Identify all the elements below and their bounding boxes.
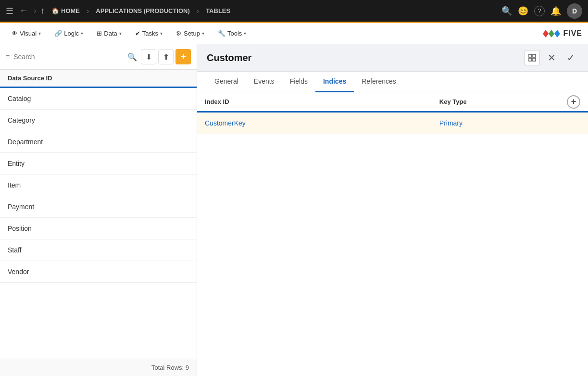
bell-icon[interactable]: 🔔	[550, 6, 561, 16]
grid-icon	[528, 54, 536, 62]
sidebar-header: Data Source ID	[0, 70, 197, 88]
main-area: ≡ 🔍 ⬇ ⬆ + Data Source ID Catalog Categor…	[0, 44, 588, 376]
top-nav-bar: ☰ ← › ↑ 🏠 HOME › APPLICATIONS (PRODUCTIO…	[0, 0, 588, 23]
setup-icon: ⚙	[176, 30, 182, 37]
menu-item-setup[interactable]: ⚙ Setup ▾	[170, 27, 210, 40]
svg-rect-5	[529, 58, 532, 61]
svg-rect-4	[533, 54, 536, 57]
confirm-button[interactable]: ✓	[563, 50, 578, 65]
sidebar-list: Catalog Category Department Entity Item …	[0, 88, 197, 359]
indices-table-area: Index ID Key Type + ↗	[197, 92, 588, 376]
home-button[interactable]: 🏠 HOME	[49, 5, 83, 16]
data-icon: ⊞	[97, 30, 102, 37]
chevron-down-icon: ▾	[244, 31, 246, 36]
close-button[interactable]: ✕	[544, 50, 559, 65]
sidebar: ≡ 🔍 ⬇ ⬆ + Data Source ID Catalog Categor…	[0, 44, 197, 376]
panel-header-actions: ✕ ✓	[525, 50, 578, 65]
panel-header: Customer ✕ ✓	[197, 44, 588, 72]
key-type-cell: Primary	[432, 112, 588, 134]
tab-events[interactable]: Events	[246, 72, 282, 92]
svg-marker-2	[554, 30, 560, 38]
separator-1: ›	[87, 7, 89, 15]
download-button[interactable]: ⬇	[141, 49, 156, 64]
sidebar-item-vendor[interactable]: Vendor	[0, 261, 197, 283]
grid-view-button[interactable]	[525, 50, 540, 65]
top-nav-right: 🔍 😊 ? 🔔 D	[501, 3, 582, 19]
visual-icon: 👁	[12, 30, 18, 37]
home-icon: 🏠	[51, 7, 59, 14]
add-button[interactable]: +	[175, 49, 191, 64]
tables-button[interactable]: TABLES	[203, 5, 233, 16]
svg-rect-3	[529, 54, 532, 57]
search-icon[interactable]: 🔍	[501, 6, 512, 16]
sidebar-search-actions: ⬇ ⬆ +	[141, 49, 191, 64]
sidebar-footer: Total Rows: 9	[0, 359, 197, 376]
logic-icon: 🔗	[54, 30, 62, 37]
five-label: FIVE	[563, 29, 582, 38]
tab-general[interactable]: General	[207, 72, 246, 92]
tab-references[interactable]: References	[354, 72, 404, 92]
filter-icon: ≡	[6, 53, 10, 61]
menu-item-data[interactable]: ⊞ Data ▾	[91, 27, 127, 40]
back-button[interactable]: ←	[17, 4, 30, 18]
smiley-icon[interactable]: 😊	[518, 6, 528, 16]
add-row-area: + ↗	[567, 95, 580, 109]
search-icon[interactable]: 🔍	[127, 52, 137, 62]
add-index-button[interactable]: + ↗	[567, 95, 580, 109]
tab-indices[interactable]: Indices	[315, 72, 354, 92]
tools-icon: 🔧	[218, 30, 225, 37]
sidebar-item-position[interactable]: Position	[0, 218, 197, 239]
avatar[interactable]: D	[567, 3, 582, 19]
red-arrow-icon: ↗	[573, 92, 581, 93]
chevron-down-icon: ▾	[81, 31, 83, 36]
up-button[interactable]: ↑	[40, 6, 45, 16]
sidebar-item-item[interactable]: Item	[0, 175, 197, 196]
index-id-cell: CustomerKey	[197, 112, 432, 134]
sidebar-item-staff[interactable]: Staff	[0, 239, 197, 261]
separator-2: ›	[197, 7, 199, 15]
tab-fields[interactable]: Fields	[282, 72, 315, 92]
svg-rect-6	[533, 58, 536, 61]
sidebar-item-department[interactable]: Department	[0, 131, 197, 153]
help-icon[interactable]: ?	[534, 6, 545, 16]
upload-button[interactable]: ⬆	[158, 49, 174, 64]
table-row[interactable]: CustomerKey Primary	[197, 112, 588, 134]
table-header-row: Index ID Key Type + ↗	[197, 92, 588, 112]
chevron-down-icon: ▾	[119, 31, 122, 36]
sidebar-search-bar: ≡ 🔍 ⬇ ⬆ +	[0, 44, 197, 70]
sidebar-item-payment[interactable]: Payment	[0, 196, 197, 218]
right-panel: Customer ✕ ✓ General Events Fields Ind	[197, 44, 588, 376]
tabs-bar: General Events Fields Indices References	[197, 72, 588, 92]
page-title: Customer	[207, 52, 519, 63]
chevron-down-icon: ▾	[38, 31, 41, 36]
column-index-id: Index ID	[197, 92, 432, 112]
search-input[interactable]	[13, 53, 124, 61]
chevron-down-icon: ▾	[160, 31, 163, 36]
indices-table: Index ID Key Type + ↗	[197, 92, 588, 134]
menu-bar: 👁 Visual ▾ 🔗 Logic ▾ ⊞ Data ▾ ✔ Tasks ▾ …	[0, 23, 588, 44]
forward-icon[interactable]: ›	[34, 6, 37, 16]
sidebar-item-category[interactable]: Category	[0, 110, 197, 131]
svg-marker-1	[549, 30, 554, 38]
column-key-type: Key Type + ↗	[432, 92, 588, 112]
five-logo: FIVE	[542, 29, 582, 38]
menu-item-tasks[interactable]: ✔ Tasks ▾	[129, 27, 168, 40]
hamburger-icon[interactable]: ☰	[6, 6, 13, 16]
tasks-icon: ✔	[135, 30, 140, 37]
sidebar-item-catalog[interactable]: Catalog	[0, 88, 197, 110]
applications-button[interactable]: APPLICATIONS (PRODUCTION)	[93, 5, 192, 16]
menu-item-visual[interactable]: 👁 Visual ▾	[6, 27, 47, 40]
menu-bar-left: 👁 Visual ▾ 🔗 Logic ▾ ⊞ Data ▾ ✔ Tasks ▾ …	[6, 27, 252, 40]
chevron-down-icon: ▾	[202, 31, 204, 36]
svg-marker-0	[543, 30, 549, 38]
menu-item-logic[interactable]: 🔗 Logic ▾	[49, 27, 89, 40]
five-logo-svg	[542, 29, 561, 38]
menu-item-tools[interactable]: 🔧 Tools ▾	[212, 27, 252, 40]
sidebar-item-entity[interactable]: Entity	[0, 153, 197, 175]
